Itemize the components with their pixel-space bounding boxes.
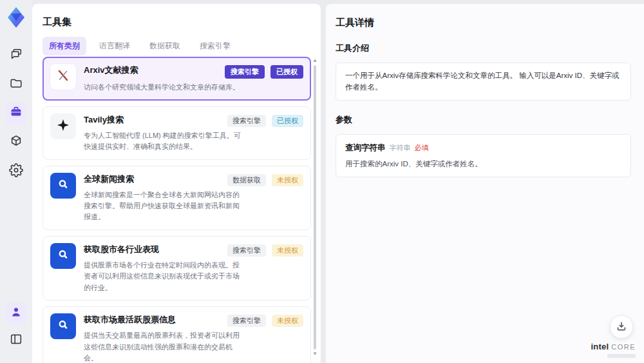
tool-icon-tile [50,113,76,139]
tool-icon-tile [50,313,76,339]
status-badge: 已授权 [272,115,303,127]
status-badge: 已授权 [270,65,303,79]
tool-description: 专为人工智能代理 (LLM) 构建的搜索引擎工具。可快速提供实时、准确和真实的结… [84,130,246,153]
gear-icon [9,163,23,180]
app-logo[interactable] [6,6,26,29]
tool-card[interactable]: 全球新闻搜索数据获取未授权全球新闻搜索是一个聚合全球各大新闻网站内容的搜索引擎。… [43,166,311,230]
param-name: 查询字符串 [345,142,386,153]
sidebar-item-folder[interactable] [5,74,27,95]
download-tray-icon [615,320,628,335]
category-tabs: 所有类别语言翻译数据获取搜索引擎 [43,37,310,55]
category-badge: 搜索引擎 [227,315,266,327]
scroll-down-icon[interactable]: ▼ [312,351,317,357]
magnifier-app-icon [57,248,70,264]
intro-heading: 工具介绍 [336,43,631,54]
tool-intro-text: 一个用于从Arxiv存储库搜索科学论文和文章的工具。 输入可以是Arxiv ID… [336,63,631,101]
scroll-up-icon[interactable]: ▲ [312,58,317,63]
tool-description: 提供股票市场各个行业在特定时间段内的表现。投资者可以利用这些信息来识别表现优于或… [84,260,246,293]
sidebar-item-panel-toggle[interactable] [5,329,27,351]
magnifier-app-icon [57,178,70,193]
tool-icon-tile [50,64,76,90]
category-badge: 搜索引擎 [225,65,265,79]
params-heading: 参数 [336,114,631,126]
left-sidebar [0,0,32,363]
download-button[interactable] [610,315,633,338]
param-description: 用于搜索的Arxiv ID、关键字或作者姓名。 [345,159,621,169]
sidebar-bottom [0,297,32,357]
tool-description: 全球新闻搜索是一个聚合全球各大新闻网站内容的搜索引擎。帮助用户快速获取全球最新资… [84,190,246,223]
tool-name: 获取市场最活跃股票信息 [84,315,176,326]
briefcase-icon [9,105,23,122]
sidebar-item-cube[interactable] [5,132,27,153]
user-icon [9,305,23,322]
tool-card[interactable]: Arxiv文献搜索搜索引擎已授权访问各个研究领域大量科学论文和文章的存储库。 [43,57,311,101]
sidebar-item-gear[interactable] [5,161,27,182]
detail-panel: 工具详情 工具介绍 一个用于从Arxiv存储库搜索科学论文和文章的工具。 输入可… [326,4,644,363]
intel-wordmark: intel [591,342,609,351]
tool-name: Tavily搜索 [84,115,124,126]
status-badge: 未授权 [272,315,303,327]
tab-category-0[interactable]: 所有类别 [43,37,86,55]
sidebar-item-chat-bubbles[interactable] [5,44,27,66]
status-badge: 未授权 [272,174,303,186]
scrollbar-thumb[interactable] [314,65,316,349]
param-type: 字符串 [390,143,411,153]
sidebar-nav [0,44,32,182]
param-row: 查询字符串字符串必填用于搜索的Arxiv ID、关键字或作者姓名。 [336,135,630,177]
cube-icon [9,134,23,151]
category-badge: 搜索引擎 [227,244,266,257]
magnifier-app-icon [57,319,70,334]
detail-title: 工具详情 [336,17,631,29]
tab-category-1[interactable]: 语言翻译 [93,37,137,55]
tool-icon-tile [50,243,76,269]
core-wordmark: CORE [611,343,636,351]
status-badge: 未授权 [272,244,303,257]
tool-list: Arxiv文献搜索搜索引擎已授权访问各个研究领域大量科学论文和文章的存储库。Ta… [43,57,311,363]
list-scrollbar[interactable]: ▲ ▼ [312,58,318,357]
brand-subtext-bar [607,354,636,358]
tool-card[interactable]: 获取股市各行业表现搜索引擎未授权提供股票市场各个行业在特定时间段内的表现。投资者… [43,236,311,300]
tool-name: 获取股市各行业表现 [84,244,159,255]
sidebar-item-user[interactable] [5,302,27,324]
category-badge: 数据获取 [227,174,266,186]
tab-category-3[interactable]: 搜索引擎 [193,37,237,55]
tool-card[interactable]: 获取市场最活跃股票信息搜索引擎未授权提供当天交易量最高的股票列表，投资者可以利用… [43,306,311,363]
intel-core-logo: intelCORE [591,340,636,358]
tab-category-2[interactable]: 数据获取 [143,37,187,55]
param-required-label: 必填 [415,143,429,153]
panel-toggle-icon [9,332,23,349]
sidebar-item-briefcase[interactable] [5,103,27,124]
arxiv-logo-icon [56,68,70,85]
param-list: 查询字符串字符串必填用于搜索的Arxiv ID、关键字或作者姓名。 [336,134,631,177]
page-title: 工具集 [43,16,310,28]
tool-description: 访问各个研究领域大量科学论文和文章的存储库。 [84,82,246,93]
folder-icon [9,76,23,93]
tool-name: Arxiv文献搜索 [84,65,138,76]
tool-icon-tile [50,173,76,199]
tool-name: 全球新闻搜索 [84,174,134,185]
chat-bubbles-icon [9,47,23,64]
tool-description: 提供当天交易量最高的股票列表，投资者可以利用这些信息来识别流动性强的股票和潜在的… [84,330,246,363]
tool-card[interactable]: Tavily搜索搜索引擎已授权专为人工智能代理 (LLM) 构建的搜索引擎工具。… [43,106,311,160]
tavily-star-icon [57,119,70,134]
tools-panel: 工具集 所有类别语言翻译数据获取搜索引擎 Arxiv文献搜索搜索引擎已授权访问各… [32,4,321,363]
category-badge: 搜索引擎 [227,115,266,127]
